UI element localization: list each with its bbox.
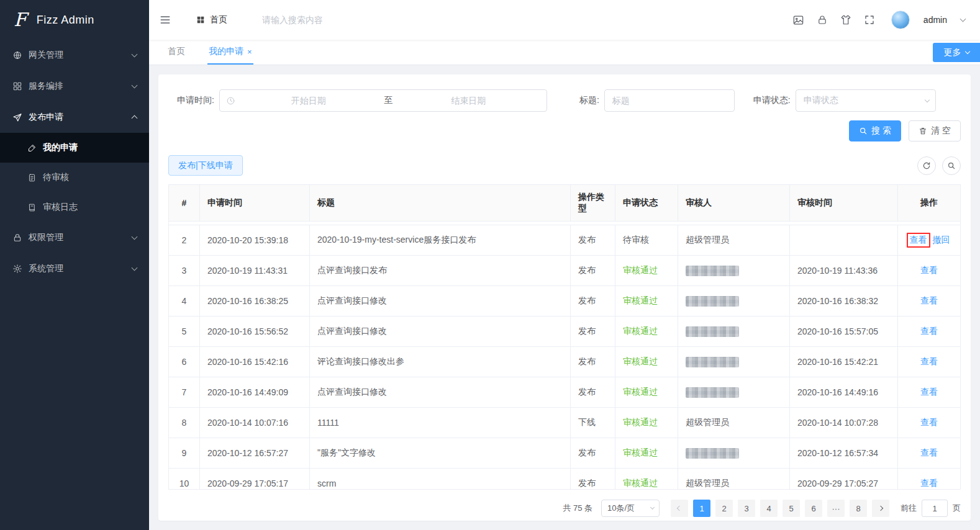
sidebar-item-gateway[interactable]: 网关管理 <box>0 40 149 71</box>
table-cell: 3 <box>169 256 200 285</box>
table-cell: 审核通过 <box>615 286 678 316</box>
table-cell: 审核通过 <box>615 377 678 407</box>
chevron-down-icon <box>964 49 969 54</box>
column-header: 标题 <box>310 185 571 221</box>
table-cell: 8 <box>169 408 200 438</box>
table-cell: 查看撤回 <box>898 225 960 255</box>
table-cell: 查看 <box>898 469 960 489</box>
publish-offline-button[interactable]: 发布|下线申请 <box>168 155 243 176</box>
action-link[interactable]: 查看 <box>920 295 938 307</box>
table-cell: 超级管理员 <box>678 225 790 255</box>
tab-label: 首页 <box>168 46 185 57</box>
table-cell: 点评查询接口修改 <box>310 317 571 346</box>
action-link[interactable]: 查看 <box>920 356 938 367</box>
fullscreen-icon[interactable] <box>864 14 875 25</box>
table-cell <box>678 438 790 468</box>
table-row: 92020-10-12 16:57:27"服务"文字修改发布审核通过2020-1… <box>169 438 960 469</box>
screenshot-icon[interactable] <box>792 14 804 26</box>
table-cell: 4 <box>169 286 200 316</box>
search-icon <box>947 161 956 170</box>
action-link[interactable]: 查看 <box>920 265 938 276</box>
table-cell: 查看 <box>898 286 960 316</box>
chevron-up-icon <box>132 115 138 122</box>
clear-button-label: 清 空 <box>931 125 951 137</box>
top-bar: 首页 admin <box>149 0 980 40</box>
page-button[interactable]: 3 <box>738 500 755 517</box>
chevron-down-icon[interactable] <box>961 19 965 21</box>
sidebar-item-pending-review[interactable]: 待审核 <box>0 163 149 192</box>
app-title: Fizz Admin <box>37 14 94 27</box>
table-cell: 审核通过 <box>615 256 678 285</box>
page-button[interactable]: 5 <box>783 500 800 517</box>
action-link[interactable]: 撤回 <box>933 235 950 246</box>
clear-button[interactable]: 清 空 <box>909 120 961 141</box>
sidebar-item-label: 权限管理 <box>29 232 63 243</box>
lock-icon[interactable] <box>817 14 828 25</box>
prev-page-button[interactable] <box>671 500 688 517</box>
page-button[interactable]: 1 <box>693 500 710 517</box>
sidebar-item-label: 我的申请 <box>43 142 78 153</box>
page-button[interactable]: 4 <box>760 500 778 517</box>
refresh-button[interactable] <box>917 156 936 175</box>
title-filter-input[interactable] <box>604 89 735 112</box>
logbook-icon <box>27 203 37 212</box>
breadcrumb-label: 首页 <box>210 14 227 25</box>
page-button[interactable]: 6 <box>805 500 822 517</box>
table-cell <box>678 256 790 285</box>
status-filter-label: 申请状态: <box>753 95 791 106</box>
tab-home[interactable]: 首页 <box>166 46 186 65</box>
sidebar-item-publish-apply[interactable]: 发布申请 <box>0 102 149 133</box>
breadcrumb-home[interactable]: 首页 <box>196 14 227 25</box>
sidebar-item-system[interactable]: 系统管理 <box>0 253 149 284</box>
table-cell: 审核通过 <box>615 438 678 468</box>
table-cell: 审核通过 <box>615 317 678 346</box>
action-link[interactable]: 查看 <box>920 447 938 459</box>
table-cell: 查看 <box>898 347 960 377</box>
table-cell: 5 <box>169 317 200 346</box>
next-page-button[interactable] <box>872 500 889 517</box>
more-pages-button[interactable]: ··· <box>827 500 845 517</box>
search-button[interactable]: 搜 索 <box>849 120 901 141</box>
title-filter-label: 标题: <box>579 95 599 106</box>
action-link[interactable]: 查看 <box>920 387 938 398</box>
sidebar-item-review-log[interactable]: 审核日志 <box>0 192 149 222</box>
sidebar-item-permissions[interactable]: 权限管理 <box>0 222 149 253</box>
username-label[interactable]: admin <box>923 15 947 25</box>
status-text: 审核通过 <box>623 417 658 428</box>
sidebar-item-my-applications[interactable]: 我的申请 <box>0 133 149 163</box>
column-header: 审核时间 <box>790 185 898 221</box>
table-cell: 发布 <box>571 347 615 377</box>
user-avatar[interactable] <box>891 11 910 29</box>
refresh-icon <box>922 161 931 170</box>
more-button[interactable]: 更多 <box>933 43 980 62</box>
table-cell: 2020-09-29 17:05:17 <box>200 469 310 489</box>
action-link[interactable]: 查看 <box>920 326 938 337</box>
page-button[interactable]: 8 <box>850 500 867 517</box>
table-cell: 11111 <box>310 408 571 438</box>
table-cell: 9 <box>169 438 200 468</box>
table-cell: 审核通过 <box>615 469 678 489</box>
page-size-select[interactable]: 10条/页 <box>601 500 660 517</box>
start-date-input[interactable] <box>237 96 381 106</box>
column-search-button[interactable] <box>942 156 961 175</box>
action-link[interactable]: 查看 <box>910 235 927 245</box>
page-button[interactable]: 2 <box>715 500 733 517</box>
tab-my-applications[interactable]: 我的申请 × <box>207 46 253 65</box>
annotation-highlight-box: 查看 <box>907 233 930 248</box>
column-header: 申请状态 <box>615 185 678 221</box>
search-icon <box>859 127 868 135</box>
publish-icon <box>12 112 22 122</box>
end-date-input[interactable] <box>396 96 540 106</box>
theme-skin-icon[interactable] <box>840 14 851 25</box>
action-link[interactable]: 查看 <box>920 417 938 428</box>
close-tab-icon[interactable]: × <box>247 48 252 56</box>
status-text: 审核通过 <box>623 478 658 489</box>
hamburger-menu-icon[interactable] <box>159 14 171 26</box>
action-link[interactable]: 查看 <box>920 478 938 489</box>
goto-page-input[interactable] <box>922 500 948 517</box>
table-row: 32020-10-19 11:43:31点评查询接口发布发布审核通过2020-1… <box>169 256 960 286</box>
header-search-input[interactable] <box>262 15 405 25</box>
sidebar-item-orchestration[interactable]: 服务编排 <box>0 71 149 102</box>
status-select[interactable]: 申请状态 <box>796 89 936 112</box>
date-range-picker[interactable]: 至 <box>219 89 547 112</box>
